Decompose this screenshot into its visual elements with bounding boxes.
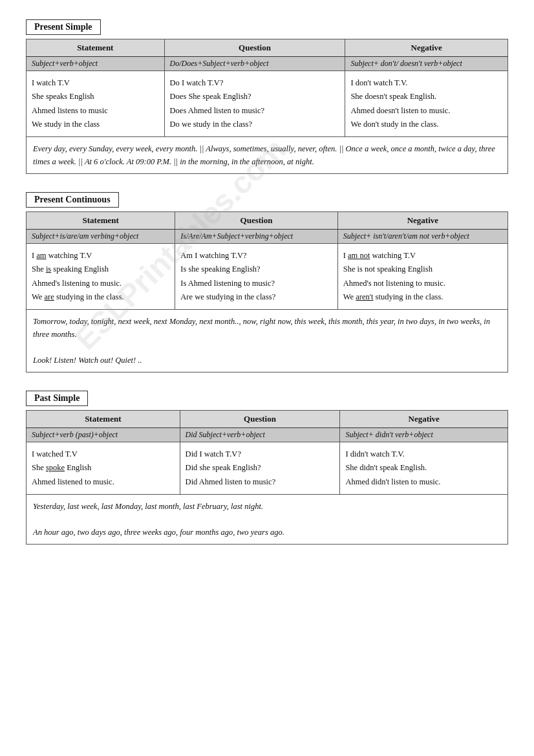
subheader-cell-1: Do/Does+Subject+verb+object — [164, 57, 345, 71]
section-past-simple: Past SimpleStatementQuestionNegativeSubj… — [26, 391, 508, 545]
subheader-cell-1: Is/Are/Am+Subject+verbing+object — [175, 230, 337, 244]
notes-cell-present-simple: Every day, every Sunday, every week, eve… — [27, 137, 508, 174]
section-title-present-continuous: Present Continuous — [26, 192, 119, 208]
example-cell-1: Do I watch T.V?Does She speak English?Do… — [164, 71, 345, 137]
section-title-past-simple: Past Simple — [26, 391, 88, 406]
example-cell-1: Did I watch T.V?Did she speak English?Di… — [180, 442, 340, 495]
subheader-cell-0: Subject+verb (past)+object — [27, 428, 180, 442]
grammar-table-past-simple: StatementQuestionNegativeSubject+verb (p… — [26, 410, 508, 545]
col-header-1: Question — [180, 411, 340, 428]
subheader-cell-2: Subject+ didn't verb+object — [340, 428, 508, 442]
example-cell-1: Am I watching T.V?Is she speaking Englis… — [175, 244, 337, 310]
section-present-continuous: Present ContinuousStatementQuestionNegat… — [26, 192, 508, 373]
notes-cell-present-continuous: Tomorrow, today, tonight, next week, nex… — [27, 310, 508, 373]
example-cell-2: I don't watch T.V.She doesn't speak Engl… — [345, 71, 508, 137]
subheader-cell-0: Subject+is/are/am verbing+object — [27, 230, 175, 244]
col-header-0: Statement — [27, 411, 180, 428]
example-cell-0: I watch T.VShe speaks EnglishAhmed liste… — [27, 71, 165, 137]
grammar-table-present-continuous: StatementQuestionNegativeSubject+is/are/… — [26, 211, 508, 373]
section-present-simple: Present SimpleStatementQuestionNegativeS… — [26, 19, 508, 174]
notes-cell-past-simple: Yesterday, last week, last Monday, last … — [27, 494, 508, 544]
col-header-2: Negative — [340, 411, 508, 428]
section-title-present-simple: Present Simple — [26, 19, 101, 35]
col-header-1: Question — [164, 39, 345, 57]
example-cell-0: I watched T.VShe spoke EnglishAhmed list… — [27, 442, 180, 495]
example-cell-2: I didn't watch T.V.She didn't speak Engl… — [340, 442, 508, 495]
subheader-cell-1: Did Subject+verb+object — [180, 428, 340, 442]
subheader-cell-2: Subject+ don't/ doesn't verb+object — [345, 57, 508, 71]
grammar-table-present-simple: StatementQuestionNegativeSubject+verb+ob… — [26, 39, 508, 174]
col-header-1: Question — [175, 212, 337, 230]
subheader-cell-0: Subject+verb+object — [27, 57, 165, 71]
example-cell-0: I am watching T.VShe is speaking English… — [27, 244, 175, 310]
col-header-0: Statement — [27, 212, 175, 230]
example-cell-2: I am not watching T.VShe is not speaking… — [337, 244, 507, 310]
col-header-2: Negative — [337, 212, 507, 230]
col-header-0: Statement — [27, 39, 165, 57]
subheader-cell-2: Subject+ isn't/aren't/am not verb+object — [337, 230, 507, 244]
col-header-2: Negative — [345, 39, 508, 57]
